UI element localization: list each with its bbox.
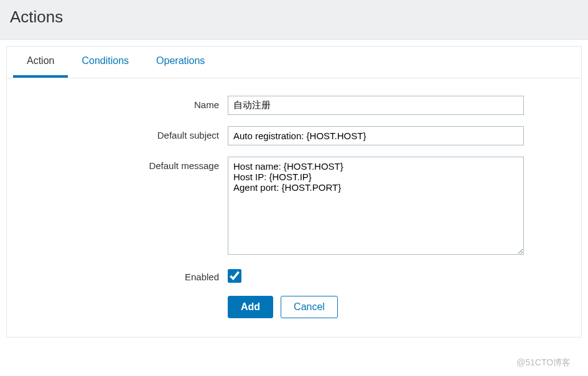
tab-action[interactable]: Action bbox=[13, 47, 68, 78]
enabled-checkbox[interactable] bbox=[228, 269, 241, 283]
page-title: Actions bbox=[10, 7, 578, 27]
watermark: @51CTO博客 bbox=[516, 357, 571, 369]
default-message-textarea[interactable] bbox=[228, 157, 524, 255]
row-default-message: Default message bbox=[19, 157, 569, 257]
row-default-subject: Default subject bbox=[19, 126, 569, 145]
label-enabled: Enabled bbox=[19, 268, 228, 282]
tab-bar: Action Conditions Operations bbox=[7, 47, 581, 78]
label-name: Name bbox=[19, 96, 228, 110]
field-default-subject bbox=[228, 126, 524, 145]
name-input[interactable] bbox=[228, 96, 524, 115]
row-enabled: Enabled bbox=[19, 268, 569, 285]
tab-conditions[interactable]: Conditions bbox=[68, 47, 142, 78]
cancel-button[interactable]: Cancel bbox=[281, 296, 338, 318]
content-panel: Action Conditions Operations Name Defaul… bbox=[6, 46, 582, 337]
page-header: Actions bbox=[0, 0, 588, 40]
field-name bbox=[228, 96, 524, 115]
default-subject-input[interactable] bbox=[228, 126, 524, 145]
button-row: Add Cancel bbox=[228, 296, 569, 318]
label-default-message: Default message bbox=[19, 157, 228, 171]
field-default-message bbox=[228, 157, 524, 257]
form-area: Name Default subject Default message Ena… bbox=[7, 78, 581, 337]
row-name: Name bbox=[19, 96, 569, 115]
tab-operations[interactable]: Operations bbox=[142, 47, 218, 78]
add-button[interactable]: Add bbox=[228, 296, 273, 318]
field-enabled bbox=[228, 268, 241, 285]
label-default-subject: Default subject bbox=[19, 126, 228, 140]
